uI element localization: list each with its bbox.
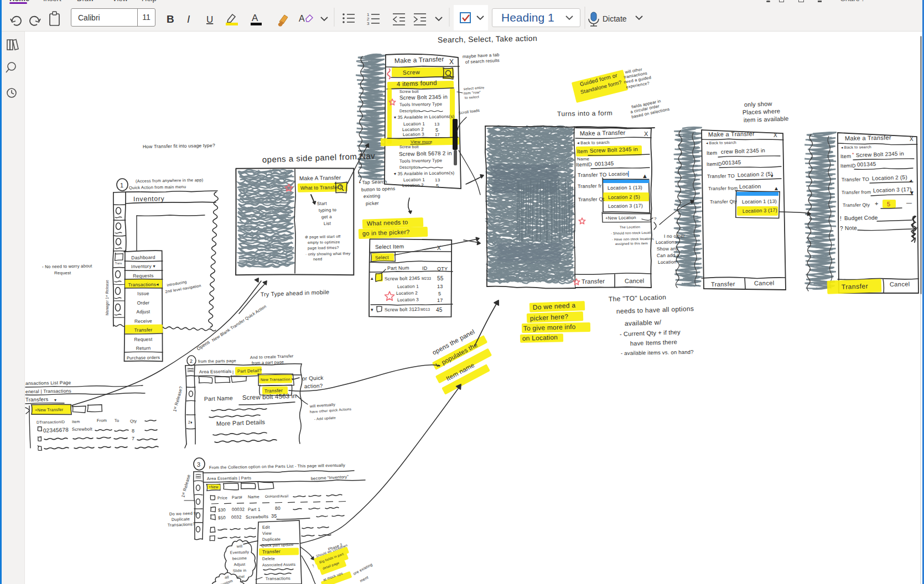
svg-text:- No need to worry about: - No need to worry about	[42, 263, 92, 269]
svg-text:Part Detail?: Part Detail?	[237, 368, 262, 374]
svg-text:Transfer TO: Transfer TO	[842, 176, 869, 182]
svg-text:Screw Bolt 5678 2 in: Screw Bolt 5678 2 in	[399, 150, 452, 157]
svg-text:Budget Code: Budget Code	[844, 215, 878, 221]
svg-text:Screwbolt: Screwbolt	[72, 426, 93, 432]
svg-text:Can add a: Can add a	[657, 252, 679, 258]
svg-text:Inventory ▾: Inventory ▾	[131, 263, 155, 269]
svg-text:Part 1: Part 1	[248, 507, 261, 512]
svg-text:Transfer fr: Transfer fr	[578, 183, 602, 189]
svg-text:or Quick: or Quick	[302, 375, 324, 382]
svg-text:A: A	[252, 13, 258, 23]
svg-text:Transactions?: Transactions?	[168, 522, 195, 528]
svg-text:More Part Details: More Part Details	[216, 419, 266, 427]
svg-text:need: need	[313, 257, 322, 261]
svg-text:|: |	[232, 369, 233, 374]
svg-text:Location 1 (13): Location 1 (13)	[742, 199, 777, 205]
svg-text:Item: Item	[72, 420, 80, 424]
svg-text:Transfer: Transfer	[582, 278, 605, 285]
svg-text:Start: Start	[317, 201, 328, 206]
svg-text:Part Num: Part Num	[387, 265, 409, 271]
svg-text:00032: 00032	[232, 507, 245, 512]
svg-text:◂ Back to search: ◂ Back to search	[706, 140, 736, 145]
svg-text:▲: ▲	[642, 173, 648, 179]
svg-text:Location 2: Location 2	[396, 290, 418, 296]
svg-text:17: 17	[437, 298, 443, 303]
svg-text:3: 3	[367, 21, 370, 26]
svg-text:Screwbolts: Screwbolts	[246, 514, 268, 520]
svg-text:+New Transfer: +New Transfer	[35, 407, 64, 413]
svg-text:Transfer TO: Transfer TO	[707, 173, 735, 179]
svg-text:17: 17	[435, 132, 440, 137]
svg-text:assigned to this item: assigned to this item	[615, 242, 648, 246]
svg-text:from the parts page: from the parts page	[198, 358, 236, 364]
svg-text:◂ Back to search: ◂ Back to search	[577, 140, 610, 145]
svg-text:Try Type ahead in mobile: Try Type ahead in mobile	[261, 289, 330, 298]
svg-text:1ˢᵗ Release: 1ˢᵗ Release	[180, 474, 191, 498]
svg-text:*: *	[852, 152, 854, 157]
svg-text:Make a Transfer: Make a Transfer	[580, 129, 626, 137]
svg-text:Make A Transfer: Make A Transfer	[299, 175, 341, 181]
svg-text:Places where: Places where	[743, 108, 781, 116]
svg-text:of search results: of search results	[465, 58, 500, 65]
svg-text:4 items found: 4 items found	[397, 79, 437, 87]
svg-text:+: +	[875, 200, 879, 207]
svg-text:item is available: item is available	[744, 115, 789, 123]
svg-text:U: U	[206, 14, 213, 25]
svg-text:13: 13	[437, 284, 443, 289]
svg-text:▾ 35 Available in Locations(s): ▾ 35 Available in Locations(s)	[394, 114, 455, 120]
svg-text:Select Item: Select Item	[375, 243, 404, 250]
svg-text:And to create Transfer: And to create Transfer	[250, 353, 294, 360]
svg-text:I: I	[187, 13, 190, 25]
svg-text:From: From	[97, 418, 107, 423]
svg-text:5: 5	[438, 291, 441, 296]
svg-text:all: all	[225, 575, 229, 579]
svg-text:Transfer from: Transfer from	[842, 189, 871, 195]
svg-text:Do we need to: Do we need to	[169, 510, 198, 517]
svg-text:Location 2 (5): Location 2 (5)	[872, 174, 907, 181]
svg-text:!: !	[312, 564, 315, 569]
svg-text:QTY: QTY	[437, 266, 448, 272]
svg-text:ItemID: ItemID	[707, 161, 722, 167]
svg-text:?: ?	[840, 226, 843, 232]
svg-text:—: —	[906, 200, 912, 206]
svg-text:Item: Item	[840, 153, 851, 159]
svg-text:Location 1 (13): Location 1 (13)	[608, 185, 642, 191]
svg-text:DTransactionID: DTransactionID	[37, 420, 65, 424]
svg-text:Transactions◂: Transactions◂	[128, 281, 159, 288]
svg-text:5: 5	[887, 201, 890, 207]
svg-text:45: 45	[436, 307, 443, 313]
svg-text:▾: ▾	[54, 398, 56, 403]
svg-text:Transfer: Transfer	[134, 327, 152, 333]
svg-text:New Transaction ▾: New Transaction ▾	[261, 377, 294, 382]
svg-text:Manager 1ˢᵗ Release: Manager 1ˢᵗ Release	[105, 280, 110, 315]
svg-text:Area Essentials: Area Essentials	[199, 369, 232, 374]
svg-text:X: X	[437, 245, 441, 251]
svg-text:View: View	[262, 531, 272, 536]
svg-text:X: X	[910, 136, 913, 142]
svg-text:Duplicate: Duplicate	[262, 536, 281, 542]
svg-text:Item: Item	[577, 148, 588, 154]
svg-text:· Should non-stock Locati: · Should non-stock Locati	[611, 231, 651, 235]
svg-text:eneral | Transactions: eneral | Transactions	[25, 388, 71, 394]
svg-text:The "TO" Location: The "TO" Location	[609, 293, 667, 303]
svg-text:⊕ page will start off: ⊕ page will start off	[305, 234, 341, 239]
svg-text:Order: Order	[137, 300, 149, 305]
svg-text:(Access from anywhere in the a: (Access from anywhere in the app)	[136, 178, 204, 184]
svg-text:7: 7	[132, 436, 134, 441]
svg-text:Location 3 (17): Location 3 (17)	[608, 203, 643, 209]
svg-text:Slide in: Slide in	[233, 569, 247, 573]
svg-text:Make a Transfer: Make a Transfer	[845, 134, 891, 142]
svg-text:Screw bolt: Screw bolt	[399, 145, 419, 149]
svg-text:ore existing: ore existing	[352, 562, 373, 576]
svg-text:Location 2: Location 2	[402, 182, 424, 188]
svg-text:Turns into a form: Turns into a form	[557, 109, 613, 118]
svg-text:empty to optimize: empty to optimize	[308, 240, 340, 245]
svg-text:Purchase orders: Purchase orders	[127, 355, 160, 361]
svg-text:only show: only show	[744, 100, 772, 108]
svg-text:Screw: Screw	[403, 69, 421, 76]
svg-text:Transfer: Transfer	[262, 549, 281, 555]
svg-text:Trans: Trans	[115, 262, 122, 265]
svg-text:Quick Action from main menu: Quick Action from main menu	[129, 184, 186, 190]
svg-text:Name: Name	[248, 494, 259, 499]
svg-text:select entire: select entire	[464, 85, 485, 91]
